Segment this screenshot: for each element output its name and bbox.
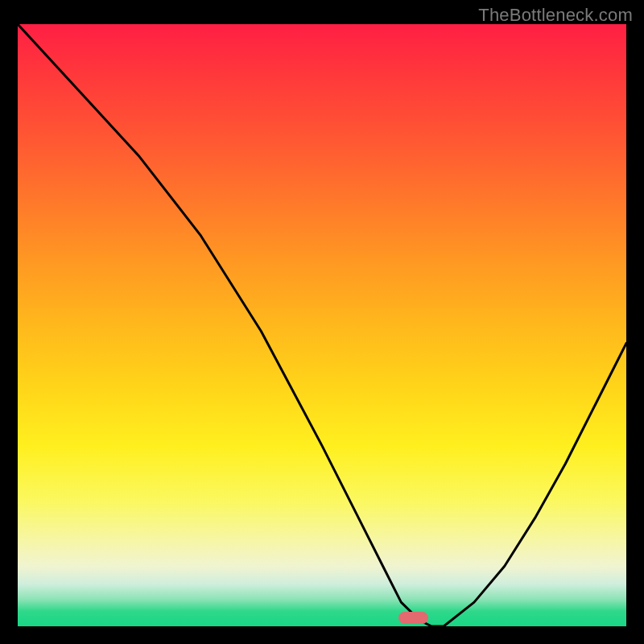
bottleneck-curve [18,24,626,626]
bottleneck-marker [398,612,427,624]
plot-area [18,24,626,626]
chart-frame: TheBottleneck.com [0,0,644,644]
watermark-label: TheBottleneck.com [478,5,633,26]
